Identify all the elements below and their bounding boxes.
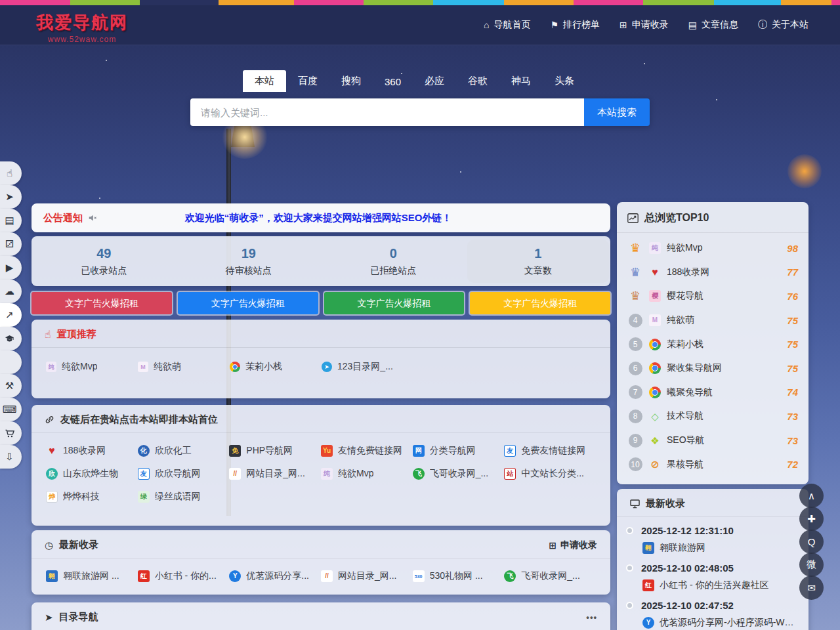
float-mail-button[interactable]: ✉ <box>799 576 824 600</box>
top10-row[interactable]: ♛樱樱花导航76 <box>627 284 798 308</box>
dock-wrench-button[interactable]: ⚒ <box>0 374 22 398</box>
site-link[interactable]: //网站目录_网... <box>229 468 321 480</box>
stat-label: 已拒绝站点 <box>370 265 416 277</box>
top10-row[interactable]: 10⊘果核导航72 <box>627 452 798 476</box>
site-link[interactable]: 网分类导航网 <box>413 445 505 457</box>
site-link[interactable]: 纯纯欲Mvp <box>46 361 138 373</box>
float-chevron-up-button[interactable]: ∧ <box>799 484 824 508</box>
rank-badge: 6 <box>627 362 643 375</box>
top10-row[interactable]: 5茉莉小栈75 <box>627 332 798 356</box>
view-count: 98 <box>787 243 798 254</box>
site-name: 小红书 - 你的... <box>155 570 217 582</box>
site-link[interactable]: 友免费友情链接网 <box>504 445 596 457</box>
top10-row[interactable]: 9❖SEO导航73 <box>627 429 798 453</box>
site-link[interactable]: M纯欲萌 <box>138 361 230 373</box>
apply-include-link[interactable]: ⊞ 申请收录 <box>549 539 597 551</box>
dock-cloud-button[interactable]: ☁ <box>0 280 22 303</box>
ad-banner-2[interactable]: 文字广告火爆招租 <box>178 292 318 314</box>
document-icon: ▤ <box>5 215 14 226</box>
site-link[interactable]: Y优茗源码分享网-小程序源码-WE... <box>642 617 798 629</box>
site-logo[interactable]: 我爱导航网 www.52waw.com <box>36 11 128 44</box>
dock-thumbs-up-button[interactable]: ☝ <box>0 161 22 185</box>
site-name: 飞哥收录网_... <box>430 468 488 480</box>
ad-banner-4[interactable]: 文字广告火爆招租 <box>470 292 610 314</box>
site-link[interactable]: 免PHP导航网 <box>229 445 321 457</box>
site-name: 123目录网_... <box>337 361 393 373</box>
dock-cart-button[interactable] <box>0 421 22 445</box>
rank-badge: ♛ <box>627 242 643 254</box>
monitor-icon <box>630 499 640 509</box>
site-name: 优茗源码分享... <box>246 570 309 582</box>
site-link[interactable]: 翱翱联旅游网 ... <box>46 570 138 582</box>
site-link[interactable]: Yu友情免费链接网 <box>321 445 413 457</box>
search-tab-谷歌[interactable]: 谷歌 <box>456 70 499 92</box>
top10-row[interactable]: ♛纯纯欲Mvp98 <box>627 236 798 261</box>
site-link[interactable]: 翱翱联旅游网 <box>642 542 798 554</box>
site-link[interactable]: 站中文站长分类... <box>504 468 596 480</box>
site-name: 烨烨科技 <box>63 491 100 503</box>
dock-dice-button[interactable]: ⚂ <box>0 232 22 256</box>
site-name: 纯欲Mvp <box>338 468 373 480</box>
rank-badge: ♛ <box>627 290 643 302</box>
dock-graduation-cap-button[interactable] <box>0 327 22 350</box>
dock-video-button[interactable]: ▶ <box>0 256 22 280</box>
site-name: 纯欲萌 <box>154 361 181 373</box>
site-name: 网站目录_网... <box>246 468 304 480</box>
site-link[interactable]: //网站目录_网... <box>321 570 413 582</box>
site-link[interactable]: 烨烨烨科技 <box>46 491 138 503</box>
more-button[interactable]: ••• <box>586 612 597 622</box>
top10-header: 总浏览TOP10 <box>617 202 808 233</box>
plus-square-icon: ⊞ <box>620 20 627 30</box>
site-link[interactable]: 红小红书 - 你的生活兴趣社区 <box>642 579 798 591</box>
dock-download-button[interactable]: ⇩ <box>0 445 22 469</box>
site-name: 山东欣烨生物 <box>63 468 118 480</box>
site-link[interactable]: 纯纯欲Mvp <box>321 468 413 480</box>
site-link[interactable]: 欣山东欣烨生物 <box>46 468 138 480</box>
top10-row[interactable]: 7曦聚兔导航74 <box>627 381 798 405</box>
directory-nav-title: 目录导航 <box>59 611 98 623</box>
search-tab-头条[interactable]: 头条 <box>543 70 586 92</box>
top10-row[interactable]: 4M纯欲萌75 <box>627 308 798 333</box>
site-link[interactable]: 友欣欣导航网 <box>138 468 230 480</box>
float-qq-button[interactable]: Q <box>799 530 824 554</box>
site-name: 优茗源码分享网-小程序源码-WE... <box>660 617 798 629</box>
top10-row[interactable]: 6聚收集导航网75 <box>627 356 798 381</box>
nav-item-home[interactable]: ⌂导航首页 <box>484 19 530 31</box>
ad-banner-3[interactable]: 文字广告火爆招租 <box>324 292 465 314</box>
search-input[interactable] <box>190 98 584 126</box>
search-button[interactable]: 本站搜索 <box>584 98 650 126</box>
site-link[interactable]: 茉莉小栈 <box>230 361 322 373</box>
site-link[interactable]: 飞飞哥收录网_... <box>413 468 505 480</box>
site-link[interactable]: 530530礼物网 ... <box>413 570 505 582</box>
nav-item-plus-square[interactable]: ⊞申请收录 <box>620 19 669 31</box>
site-name: 聚收集导航网 <box>667 362 781 374</box>
search-tab-搜狗[interactable]: 搜狗 <box>329 70 373 92</box>
site-link[interactable]: Y优茗源码分享... <box>229 570 321 582</box>
top10-row[interactable]: 8◇技术导航73 <box>627 404 798 429</box>
site-link[interactable]: 飞飞哥收录网_... <box>504 570 596 582</box>
nav-item-flag[interactable]: ⚑排行榜单 <box>550 19 600 31</box>
ad-banner-1[interactable]: 文字广告火爆招租 <box>32 292 172 314</box>
search-tab-必应[interactable]: 必应 <box>413 70 456 92</box>
site-link[interactable]: ♥188收录网 <box>46 445 138 457</box>
dock-blank-button[interactable] <box>0 350 22 374</box>
dock-chart-line-button[interactable]: ↗ <box>0 303 22 327</box>
site-link[interactable]: ➤123目录网_... <box>322 361 413 373</box>
dock-keyboard-button[interactable]: ⌨ <box>0 398 22 421</box>
dock-paper-plane-button[interactable]: ➤ <box>0 185 22 209</box>
search-tab-百度[interactable]: 百度 <box>286 70 329 92</box>
top10-row[interactable]: ♛♥188收录网77 <box>627 261 798 285</box>
float-wechat-button[interactable]: 微 <box>799 553 824 577</box>
dock-document-button[interactable]: ▤ <box>0 209 22 232</box>
site-link[interactable]: 化欣欣化工 <box>138 445 230 457</box>
site-link[interactable]: 红小红书 - 你的... <box>138 570 230 582</box>
rank-badge: 8 <box>627 410 643 423</box>
nav-item-book[interactable]: ▤文章信息 <box>688 19 738 31</box>
site-link[interactable]: 绿绿丝成语网 <box>138 491 230 503</box>
nav-item-info[interactable]: ⓘ关于本站 <box>758 19 808 31</box>
search-tab-360[interactable]: 360 <box>373 72 413 92</box>
float-plus-button[interactable]: ✚ <box>799 507 824 531</box>
search-tab-神马[interactable]: 神马 <box>499 70 543 92</box>
search-tab-本站[interactable]: 本站 <box>243 70 286 92</box>
site-name: 樱花导航 <box>667 290 781 302</box>
